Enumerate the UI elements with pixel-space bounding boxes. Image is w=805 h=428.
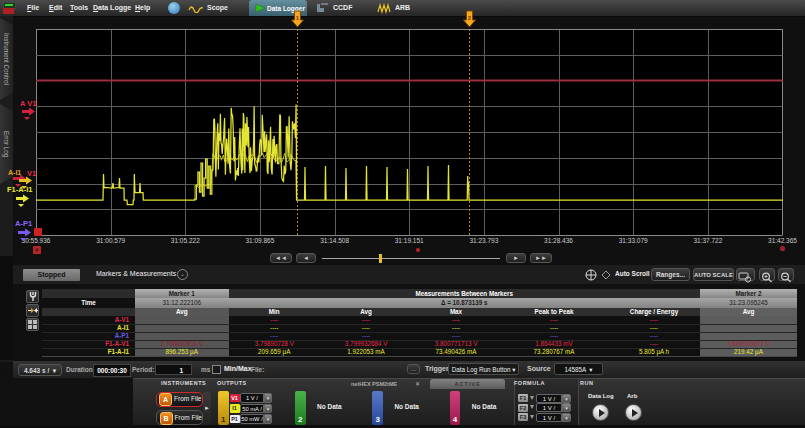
svg-text:A-I1: A-I1 [8,169,21,176]
svg-text:31:09.865: 31:09.865 [245,237,274,244]
svg-text:31:23.793: 31:23.793 [469,237,498,244]
svg-text:A V1: A V1 [20,99,36,108]
svg-text:31:42.365: 31:42.365 [768,237,797,244]
svg-text:31:33.079: 31:33.079 [619,237,648,244]
svg-text:V1: V1 [27,169,36,178]
svg-text:31:28.436: 31:28.436 [544,237,573,244]
svg-text:31:14.508: 31:14.508 [320,237,349,244]
svg-text:31:19.151: 31:19.151 [395,237,424,244]
svg-text:31:37.722: 31:37.722 [693,237,722,244]
svg-text:A-P1: A-P1 [15,219,32,228]
svg-text:31:00.579: 31:00.579 [96,237,125,244]
svg-text:F1-A-I1: F1-A-I1 [7,185,32,194]
svg-text:31:05.222: 31:05.222 [171,237,200,244]
svg-text:30:55.936: 30:55.936 [22,237,51,244]
